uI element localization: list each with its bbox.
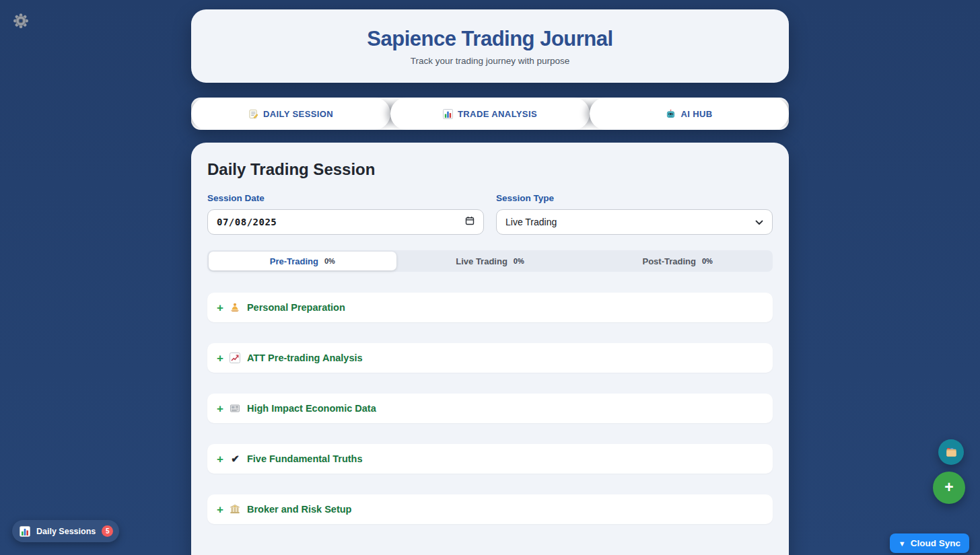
session-date-input[interactable]: 07/08/2025 bbox=[207, 209, 484, 235]
phase-label: Pre-Trading bbox=[270, 256, 318, 266]
expand-plus-icon: + bbox=[217, 403, 223, 414]
app-header: Sapience Trading Journal Track your trad… bbox=[191, 9, 789, 83]
add-fab[interactable]: + bbox=[933, 472, 965, 504]
meditation-icon bbox=[230, 302, 241, 313]
bar-chart-icon bbox=[443, 109, 453, 119]
phase-tab-pre-trading[interactable]: Pre-Trading 0% bbox=[209, 252, 396, 270]
section-high-impact-economic-data[interactable]: + High Impact Economic Data bbox=[207, 394, 773, 423]
session-date-value: 07/08/2025 bbox=[217, 217, 277, 227]
phase-label: Live Trading bbox=[456, 256, 508, 266]
settings-gear-icon[interactable] bbox=[12, 12, 30, 30]
tab-ai-hub[interactable]: AI HUB bbox=[590, 98, 789, 130]
chevron-down-icon bbox=[755, 216, 763, 228]
cloud-sync-button[interactable]: ▼ Cloud Sync bbox=[890, 533, 969, 553]
memo-icon bbox=[248, 109, 258, 119]
chart-up-icon bbox=[230, 353, 241, 363]
section-att-pretrading-analysis[interactable]: + ATT Pre-trading Analysis bbox=[207, 343, 773, 373]
plus-icon: + bbox=[944, 480, 953, 495]
daily-sessions-label: Daily Sessions bbox=[36, 527, 96, 536]
session-type-label: Session Type bbox=[496, 193, 773, 203]
tab-label-ai-hub: AI HUB bbox=[680, 109, 712, 119]
expand-plus-icon: + bbox=[217, 353, 223, 364]
phase-percent: 0% bbox=[324, 257, 335, 265]
phase-percent: 0% bbox=[702, 257, 713, 265]
session-type-value: Live Trading bbox=[505, 217, 557, 227]
section-title: High Impact Economic Data bbox=[247, 403, 376, 414]
cloud-sync-label: Cloud Sync bbox=[911, 538, 960, 548]
tab-label-trade-analysis: TRADE ANALYSIS bbox=[458, 109, 537, 119]
session-type-select[interactable]: Live Trading bbox=[496, 209, 773, 235]
section-title: Five Fundamental Truths bbox=[247, 453, 363, 464]
folder-fab[interactable] bbox=[938, 439, 964, 465]
session-form-row: Session Date 07/08/2025 Session Type bbox=[207, 193, 773, 235]
tab-daily-session[interactable]: DAILY SESSION bbox=[191, 98, 390, 130]
phase-percent: 0% bbox=[514, 257, 524, 265]
session-date-field: Session Date 07/08/2025 bbox=[207, 193, 484, 235]
main-nav-tabbar: DAILY SESSION TRADE ANALYSIS bbox=[191, 98, 789, 130]
sessions-count-badge: 5 bbox=[102, 525, 113, 537]
section-title: Broker and Risk Setup bbox=[247, 504, 352, 515]
app-subtitle: Track your trading journey with purpose bbox=[411, 56, 570, 66]
page-container: Sapience Trading Journal Track your trad… bbox=[191, 9, 789, 555]
bank-icon bbox=[230, 504, 241, 515]
session-type-field: Session Type Live Trading bbox=[496, 193, 773, 235]
phase-tabs-strip: Pre-Trading 0% Live Trading 0% Post-Trad… bbox=[207, 250, 773, 272]
expand-plus-icon: + bbox=[217, 453, 223, 465]
section-title: ATT Pre-trading Analysis bbox=[247, 353, 363, 363]
phase-tab-live-trading[interactable]: Live Trading 0% bbox=[396, 252, 584, 270]
tab-label-daily-session: DAILY SESSION bbox=[263, 109, 333, 119]
panel-title: Daily Trading Session bbox=[207, 160, 773, 179]
folder-tabs-icon bbox=[945, 446, 958, 459]
robot-icon bbox=[666, 109, 676, 119]
calendar-icon[interactable] bbox=[465, 216, 475, 228]
section-five-fundamental-truths[interactable]: + ✔ Five Fundamental Truths bbox=[207, 444, 773, 474]
session-date-label: Session Date bbox=[207, 193, 484, 203]
phase-tab-post-trading[interactable]: Post-Trading 0% bbox=[584, 252, 771, 270]
expand-plus-icon: + bbox=[217, 504, 223, 515]
section-personal-preparation[interactable]: + Personal Preparation bbox=[207, 293, 773, 322]
phase-label: Post-Trading bbox=[643, 256, 696, 266]
section-broker-and-risk-setup[interactable]: + Broker and Risk Setup bbox=[207, 494, 773, 524]
newspaper-icon bbox=[230, 403, 241, 414]
daily-session-panel: Daily Trading Session Session Date 07/08… bbox=[191, 143, 789, 555]
tab-trade-analysis[interactable]: TRADE ANALYSIS bbox=[390, 98, 590, 130]
app-title: Sapience Trading Journal bbox=[367, 27, 612, 51]
section-title: Personal Preparation bbox=[247, 302, 345, 313]
bar-chart-icon bbox=[20, 526, 30, 537]
check-icon: ✔ bbox=[230, 453, 241, 465]
triangle-down-icon: ▼ bbox=[899, 540, 906, 548]
daily-sessions-pill[interactable]: Daily Sessions 5 bbox=[12, 520, 119, 542]
expand-plus-icon: + bbox=[217, 302, 223, 313]
